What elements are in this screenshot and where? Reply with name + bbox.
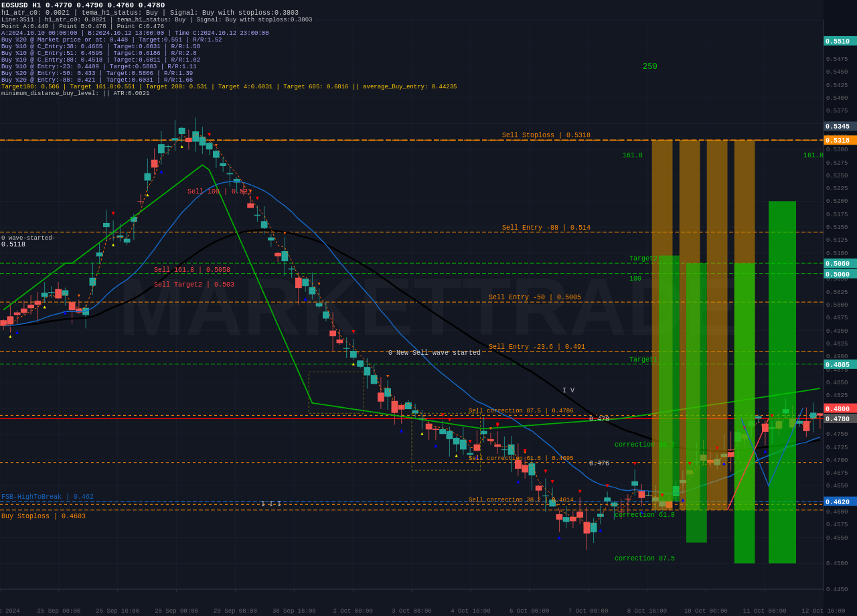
chart-container: EOSUSD H1 0.4770 0.4790 0.4760 0.4780 h1… xyxy=(0,0,857,616)
chart-canvas xyxy=(0,0,857,616)
